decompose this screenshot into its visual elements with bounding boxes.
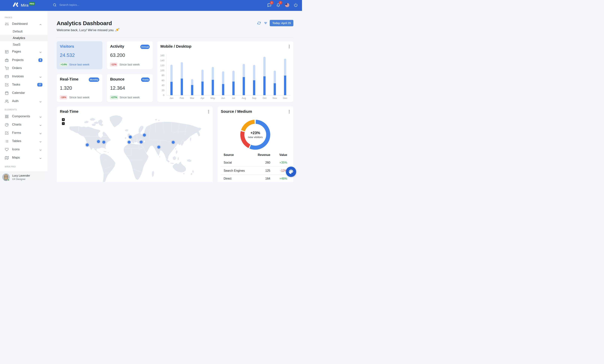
svg-text:Sep: Sep <box>252 97 256 100</box>
svg-text:Aug: Aug <box>242 97 246 100</box>
svg-text:Feb: Feb <box>180 97 184 100</box>
svg-text:Oct: Oct <box>263 97 266 100</box>
svg-text:160: 160 <box>160 54 164 57</box>
svg-text:May: May <box>211 97 215 100</box>
svg-text:Apr: Apr <box>201 97 204 100</box>
svg-text:120: 120 <box>160 64 164 67</box>
svg-text:0: 0 <box>163 94 164 97</box>
svg-text:60: 60 <box>162 79 164 82</box>
svg-text:Jun: Jun <box>221 97 225 100</box>
svg-text:80: 80 <box>162 74 164 77</box>
svg-text:Mar: Mar <box>190 97 194 100</box>
svg-text:Jul: Jul <box>232 97 235 100</box>
svg-text:Jan: Jan <box>170 97 174 100</box>
svg-text:100: 100 <box>160 69 164 72</box>
svg-text:140: 140 <box>160 59 164 62</box>
svg-text:Dec: Dec <box>283 97 287 100</box>
svg-text:20: 20 <box>162 89 164 92</box>
svg-text:Nov: Nov <box>273 97 277 100</box>
svg-text:40: 40 <box>162 84 164 87</box>
